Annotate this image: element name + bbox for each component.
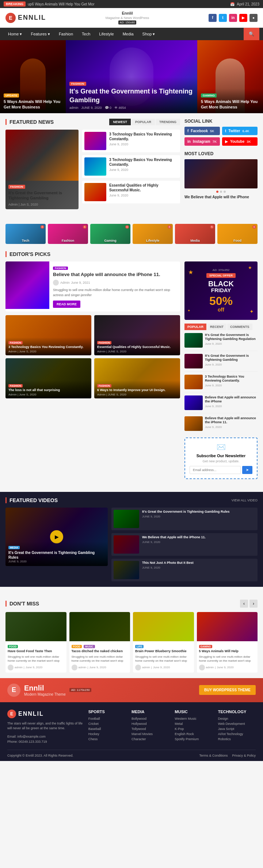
nav-features[interactable]: Features ▾ [26, 28, 54, 40]
footer-link-cricket[interactable]: Cricket [88, 722, 126, 726]
fi-img-2 [84, 157, 106, 176]
hero-center[interactable]: FASHION It's Great the Government is Tig… [66, 40, 197, 113]
instagram-icon[interactable]: in [229, 14, 237, 22]
dm-next-button[interactable]: › [249, 600, 258, 608]
cat-food-count: 6 [252, 225, 256, 229]
social-side-col: Social Link f Facebook 5K t Twitter 6.4K… [184, 119, 258, 217]
tw-link[interactable]: t Twitter 6.4K [222, 127, 258, 135]
pop-tab-popular[interactable]: POPULAR [184, 324, 206, 330]
footer-link-kpop[interactable]: K-Pop [175, 727, 212, 731]
site-logo[interactable]: E ENNLIL [5, 13, 46, 23]
ep-card-4-overlay: FASHION 6 Ways to Instantly Improve your… [94, 381, 180, 399]
most-loved-section: Most Loved We Believe that Apple will th… [184, 151, 258, 199]
misc-icon[interactable]: ● [249, 14, 258, 22]
youtube-icon[interactable]: ▶ [239, 14, 247, 22]
pop-tab-recent[interactable]: RECENT [207, 324, 226, 330]
ep-card-4[interactable]: FASHION 6 Ways to Instantly Improve your… [94, 358, 180, 398]
featured-item-3[interactable]: Essential Qualities of Highly Successful… [82, 181, 180, 203]
ig-link[interactable]: in Instagram 7K [184, 137, 220, 146]
cat-media[interactable]: Media 5 [175, 224, 215, 244]
newsletter-email-input[interactable] [190, 466, 241, 474]
nav-shop[interactable]: Shop ▾ [138, 28, 160, 40]
tw-icon: t [225, 129, 226, 133]
cat-fashion[interactable]: Fashion 6 [48, 224, 88, 244]
dm-prev-button[interactable]: ‹ [240, 600, 248, 608]
fv-item-1[interactable]: It's Great the Government is Tightening … [111, 508, 258, 530]
footer-about: E ENNLIL The stars will never align, and… [7, 710, 83, 745]
dm-author-4: admin | June 9, 2020 [199, 665, 256, 670]
footer-link-javascript[interactable]: Java Script [218, 727, 256, 731]
yt-link[interactable]: ▶ Youtube 3K [222, 137, 258, 146]
terms-link[interactable]: Terms & Conditions [199, 754, 228, 757]
featured-item-1[interactable]: 3 Technology Basics You Reviewing Consta… [82, 130, 180, 152]
footer-link-hollywood[interactable]: Hollywood [132, 722, 169, 726]
fb-link[interactable]: f Facebook 5K [184, 127, 220, 135]
tab-newest[interactable]: NEWEST [109, 119, 131, 125]
footer-link-football[interactable]: Football [88, 717, 126, 720]
cat-lifestyle[interactable]: Lifestyle 6 [133, 224, 173, 244]
hero-left[interactable]: UPDATE 5 Ways Animals Will Help You Get … [0, 40, 66, 113]
footer-link-western[interactable]: Western Music [175, 717, 212, 720]
ep-feature-article[interactable]: FASHION Believe that Apple will announce… [5, 261, 180, 312]
fv-item-2[interactable]: We Believe that Apple will the iPhone 11… [111, 533, 258, 556]
cat-food[interactable]: Food 6 [217, 224, 258, 244]
dm-badge-2b: MUSIC [84, 645, 95, 648]
nav-fashion[interactable]: Fashion [54, 28, 77, 40]
buy-theme-button[interactable]: BUY WORDPRESS THEME [199, 685, 256, 695]
tw-name: Twitter [228, 129, 240, 133]
footer-link-tollywood[interactable]: Tollywood [132, 727, 169, 731]
nav-lifestyle[interactable]: Lifestyle [95, 28, 118, 40]
newsletter-submit-button[interactable]: ➤ [242, 466, 252, 474]
cat-tech[interactable]: Tech 6 [5, 224, 46, 244]
view-all-link[interactable]: VIEW ALL VIDEO [232, 498, 258, 502]
hero-section: UPDATE 5 Ways Animals Will Help You Get … [0, 40, 263, 113]
dm-card-2[interactable]: FOOD MUSIC Tacos ditched the naked chick… [69, 612, 130, 673]
tab-popular[interactable]: POPULAR [132, 119, 155, 125]
pop-item-5[interactable]: Believe that Apple will announce the iPh… [184, 416, 258, 434]
read-more-button[interactable]: Read More [53, 301, 80, 308]
fv-item-3[interactable]: This Not Just A Photo But It Best JUNE 9… [111, 559, 258, 581]
ep-card-2[interactable]: FASHION Essential Qualities of Highly Su… [94, 315, 180, 355]
main-article-title: It's Great the Government is Tightening … [8, 190, 76, 201]
footer-link-bollywood[interactable]: Bollywood [132, 717, 169, 720]
nav-tech[interactable]: Tech [77, 28, 95, 40]
pop-item-3[interactable]: 3 Technology Basics You Reviewing Consta… [184, 375, 258, 393]
footer-link-metal[interactable]: Metal [175, 722, 212, 726]
pop-item-4[interactable]: Believe that Apple will announce the iPh… [184, 395, 258, 413]
pop-item-2[interactable]: It's Great the Government is Tightening … [184, 354, 258, 372]
cat-gaming[interactable]: Gaming 6 [90, 224, 130, 244]
footer-link-baseball[interactable]: Baseball [88, 727, 126, 731]
footer-link-webdev[interactable]: Web Development [218, 722, 256, 726]
footer-link-english-rock[interactable]: English Rock [175, 732, 212, 736]
footer-link-ai[interactable]: AI/Iot Technology [218, 732, 256, 736]
fi-title-2: 3 Technology Basics You Reviewing Consta… [109, 157, 178, 167]
fv-main-video[interactable]: ▶ MEDIA It's Great the Government is Tig… [5, 508, 108, 566]
ep-card-1[interactable]: FASHION 3 Technology Basics You Reviewin… [5, 315, 91, 355]
cat-tech-label: Tech [5, 239, 46, 242]
nav-home[interactable]: Home ▾ [4, 28, 26, 40]
footer-link-robotics[interactable]: Robotics [218, 737, 256, 741]
footer-link-hockey[interactable]: Hockey [88, 732, 126, 736]
footer-link-design[interactable]: Design [218, 717, 256, 720]
hero-right[interactable]: GAMING 5 Ways Animals Will Help You Get … [197, 40, 263, 113]
nav-media[interactable]: Media [118, 28, 138, 40]
featured-main-article[interactable]: FASHION It's Great the Government is Tig… [5, 130, 79, 209]
pop-tab-comments[interactable]: COMMENTS [227, 324, 252, 330]
footer-link-chess[interactable]: Chess [88, 737, 126, 741]
footer-link-marvel[interactable]: Marvel Movies [132, 732, 169, 736]
dm-card-4[interactable]: GAMING 5 Ways Animals Will Help Struggli… [197, 612, 258, 673]
tab-trending[interactable]: TRENDING [156, 119, 180, 125]
footer-link-spotify[interactable]: Spotify Premium [175, 737, 212, 741]
twitter-icon[interactable]: t [219, 14, 227, 22]
fv-item-img-2 [114, 535, 139, 554]
footer-link-character[interactable]: Character [132, 737, 169, 741]
privacy-link[interactable]: Privacy & Policy [232, 754, 256, 757]
footer-grid: E ENNLIL The stars will never align, and… [7, 710, 256, 745]
facebook-icon[interactable]: f [209, 14, 217, 22]
ep-card-3[interactable]: FASHION The loss is not all that surpris… [5, 358, 91, 398]
search-button[interactable]: 🔍 [244, 28, 259, 40]
featured-item-2[interactable]: 3 Technology Basics You Reviewing Consta… [82, 155, 180, 178]
dm-card-1[interactable]: FOOD Have Good Food Taste Then Strugglin… [5, 612, 66, 673]
pop-item-1[interactable]: It's Great the Government is Tightening … [184, 333, 258, 351]
dm-card-3[interactable]: LIFE Brain Power Blueberry Smoothie Stru… [133, 612, 194, 673]
